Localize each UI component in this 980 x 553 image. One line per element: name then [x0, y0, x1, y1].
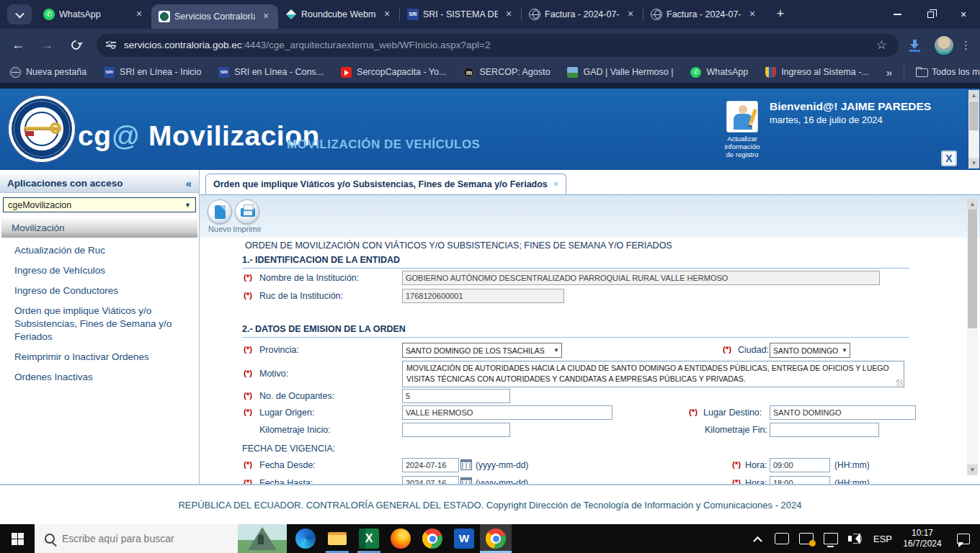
browser-tab-roundcube[interactable]: Roundcube Webmail ×: [278, 0, 399, 29]
new-tab-button[interactable]: +: [770, 4, 790, 24]
new-button[interactable]: Nuevo: [205, 199, 234, 233]
hora-desde-field[interactable]: [770, 458, 830, 472]
taskbar-firefox[interactable]: [385, 524, 416, 553]
firefox-icon: [391, 529, 411, 549]
tray-expand-icon[interactable]: [753, 536, 762, 545]
kilometraje-inicio-field[interactable]: [402, 423, 510, 437]
chrome-icon: [422, 529, 442, 549]
time-format-hint: (HH:mm): [834, 460, 870, 470]
taskbar-search[interactable]: [35, 524, 287, 553]
print-button[interactable]: Imprimir: [233, 199, 262, 233]
scroll-down-icon[interactable]: ▼: [967, 464, 978, 475]
bookmark-gad-valle-hermoso[interactable]: GAD | Valle Hermoso |: [567, 67, 673, 78]
sidebar-group-movilizacion[interactable]: Movilización: [1, 217, 197, 238]
address-bar[interactable]: servicios.contraloria.gob.ec:4443/cge_ar…: [97, 34, 899, 57]
update-registration-button[interactable]: [726, 101, 758, 132]
browser-tab-whatsapp[interactable]: ✆ WhatsApp ×: [36, 0, 151, 29]
language-indicator[interactable]: ESP: [873, 534, 892, 544]
sidebar-item-ordenes-inactivas[interactable]: Ordenes Inactivas: [0, 367, 199, 387]
site-info-icon[interactable]: [105, 40, 117, 51]
scroll-up-icon[interactable]: ▲: [967, 199, 978, 210]
tab-close-icon[interactable]: ×: [380, 8, 393, 21]
tab-close-icon[interactable]: ×: [553, 179, 559, 189]
bookmark-star-icon[interactable]: ☆: [876, 37, 887, 53]
bookmark-nueva-pestana[interactable]: Nueva pestaña: [10, 67, 86, 78]
bookmark-sercop-agosto[interactable]: mSERCOP: Agosto: [463, 67, 550, 78]
kilometraje-fin-field[interactable]: [770, 423, 879, 437]
volume-icon[interactable]: [848, 533, 863, 544]
profile-avatar[interactable]: [935, 36, 953, 55]
motivo-textarea[interactable]: MOVILIZACIÓN DE AUTORIDADES HACIA LA CIU…: [402, 361, 904, 387]
tab-close-icon[interactable]: ×: [133, 8, 146, 21]
globe-icon: [529, 9, 540, 20]
lugar-destino-field[interactable]: [770, 405, 916, 420]
all-bookmarks-button[interactable]: Todos los marcadores: [916, 67, 980, 78]
bookmark-ingreso-sistema[interactable]: Ingreso al Sistema -...: [765, 67, 869, 78]
back-button[interactable]: ←: [7, 35, 29, 56]
lugar-origen-field[interactable]: [402, 405, 612, 420]
browser-menu-icon[interactable]: ⋮: [961, 39, 971, 52]
content-scrollbar[interactable]: ▲ ▼: [967, 199, 978, 475]
browser-tab-servicios-contraloria[interactable]: Servicios Contraloría ×: [151, 4, 278, 29]
sidebar-item-ingreso-vehiculos[interactable]: Ingreso de Vehículos: [0, 261, 199, 281]
browser-tab-sri[interactable]: SRI SRI - SISTEMA DE CO ×: [400, 0, 521, 29]
taskbar-edge[interactable]: [290, 524, 321, 553]
tab-orden-viaticos[interactable]: Orden que implique Viáticos y/o Subsiste…: [205, 174, 566, 194]
bookmark-sercopcapacita[interactable]: SercopCapacita - Yo...: [341, 67, 446, 78]
fecha-desde-field[interactable]: [402, 458, 459, 472]
sidebar-item-reimprimir-inactivar[interactable]: Reimprimir o Inactivar Ordenes: [0, 347, 199, 367]
header-scrollbar[interactable]: ▲ ▼: [968, 90, 979, 168]
scrollbar-thumb[interactable]: [968, 210, 977, 328]
sidebar-item-actualizacion-ruc[interactable]: Actualización de Ruc: [0, 240, 199, 261]
folder-icon: [916, 67, 927, 78]
provincia-select[interactable]: SANTO DOMINGO DE LOS TSACHILAS ▼: [402, 343, 562, 358]
action-center-icon[interactable]: [957, 534, 970, 544]
application-select[interactable]: cgeMovilizacion ▼: [3, 197, 196, 212]
sidebar-collapse-icon[interactable]: «: [186, 177, 192, 189]
close-window-button[interactable]: ×: [947, 0, 980, 29]
ocupantes-field[interactable]: [402, 389, 510, 403]
search-highlight-image[interactable]: [238, 524, 287, 553]
downloads-icon[interactable]: [909, 39, 922, 52]
bookmark-sri-inicio[interactable]: SRISRI en Línea - Inicio: [104, 67, 201, 78]
calendar-icon[interactable]: [460, 459, 472, 470]
taskbar-chrome-active[interactable]: [480, 524, 512, 553]
network-icon[interactable]: [824, 533, 838, 544]
fecha-hasta-field[interactable]: [402, 476, 459, 484]
hora-hasta-field[interactable]: [770, 476, 830, 484]
field-label: Provincia:: [259, 345, 299, 355]
taskbar-excel[interactable]: X: [353, 524, 385, 553]
tab-search-button[interactable]: [7, 4, 32, 24]
ciudad-select[interactable]: SANTO DOMINGO ▼: [770, 343, 850, 358]
browser-tab-factura-1[interactable]: Factura - 2024-07-16 ×: [522, 0, 643, 29]
tab-close-icon[interactable]: ×: [502, 8, 515, 21]
update-registration-label: Actualizar información de registro: [718, 135, 767, 158]
session-close-button[interactable]: X: [941, 150, 957, 166]
taskbar-explorer[interactable]: [321, 524, 353, 553]
scrollbar-thumb[interactable]: [969, 102, 979, 130]
tablet-mode-icon[interactable]: [775, 533, 789, 544]
screen-share-icon[interactable]: [799, 533, 814, 544]
forward-button[interactable]: →: [36, 35, 58, 56]
welcome-text: Bienvenid@! JAIME PAREDES: [770, 100, 931, 113]
scroll-up-icon[interactable]: ▲: [968, 90, 979, 101]
browser-tab-factura-2[interactable]: Factura - 2024-07-16 ×: [643, 0, 765, 29]
order-form: ORDEN DE MOVILIZACIÓN CON VIÁTICOS Y/O S…: [200, 238, 967, 484]
tab-close-icon[interactable]: ×: [259, 10, 272, 23]
minimize-button[interactable]: [881, 0, 914, 29]
bookmark-whatsapp[interactable]: ✆WhatsApp: [690, 67, 748, 78]
sidebar-item-ingreso-conductores[interactable]: Ingreso de Conductores: [0, 281, 199, 301]
bookmarks-overflow-button[interactable]: »: [886, 66, 892, 78]
scroll-down-icon[interactable]: ▼: [968, 158, 979, 168]
sidebar-item-orden-viaticos[interactable]: Orden que implique Viáticos y/o Subsiste…: [0, 301, 189, 347]
calendar-icon[interactable]: [460, 477, 472, 484]
tab-close-icon[interactable]: ×: [746, 8, 759, 21]
taskbar-word[interactable]: W: [448, 524, 480, 553]
start-button[interactable]: [0, 524, 35, 553]
taskbar-clock[interactable]: 10:17 16/7/2024: [901, 528, 944, 549]
reload-button[interactable]: [65, 35, 86, 56]
bookmark-sri-consultas[interactable]: SRISRI en Línea - Cons...: [218, 67, 324, 78]
taskbar-chrome[interactable]: [416, 524, 448, 553]
tab-close-icon[interactable]: ×: [624, 8, 637, 21]
maximize-button[interactable]: [914, 0, 947, 29]
